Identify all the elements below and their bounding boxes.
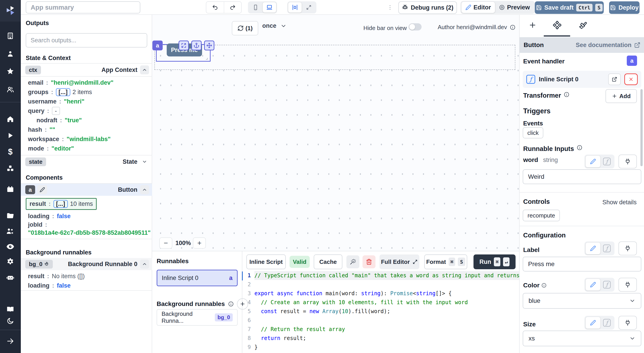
add-transformer-button[interactable]: Add [606, 89, 637, 103]
output-row-mode[interactable]: mode:"editor" [28, 144, 74, 153]
output-row-email[interactable]: email:"henri@windmill.dev" [28, 78, 114, 87]
expand-component-button[interactable] [178, 41, 189, 50]
sidebar-item-runs[interactable] [5, 131, 15, 140]
color-select[interactable]: blue [523, 293, 641, 309]
remove-script-button[interactable] [624, 74, 638, 85]
output-row-query[interactable]: query:- [28, 106, 60, 116]
zoom-in-button[interactable]: + [193, 237, 206, 249]
sidebar-collapse-toggle[interactable] [5, 336, 15, 346]
code-line[interactable]: 1// TypeScript function called "main" th… [242, 271, 519, 280]
code-line[interactable]: 10 [242, 352, 519, 353]
sidebar-item-variables[interactable]: $ [5, 147, 15, 157]
sidebar-item-audit-logs[interactable] [5, 242, 15, 251]
code-line[interactable]: 8 return result; [242, 334, 519, 343]
label-connect-button[interactable] [618, 241, 637, 255]
size-connect-button[interactable] [618, 316, 637, 330]
debug-runs-button[interactable]: Debug runs (2) [398, 1, 457, 14]
code-line[interactable]: 7 // Return the result array [242, 325, 519, 334]
word-connect-button[interactable] [618, 155, 637, 168]
preview-tab[interactable]: Preview [495, 2, 534, 13]
move-component-button[interactable] [204, 41, 214, 50]
zoom-out-button[interactable]: − [159, 237, 172, 249]
resize-handle-icon[interactable] [204, 56, 208, 60]
tab-styling[interactable] [577, 20, 588, 31]
state-expand-button[interactable] [140, 157, 149, 166]
redo-button[interactable] [224, 2, 241, 13]
sidebar-item-home[interactable] [5, 114, 15, 124]
tab-component-settings[interactable] [552, 20, 562, 31]
canvas-component-badge[interactable]: a [152, 41, 163, 50]
sidebar-item-workers[interactable] [5, 226, 15, 236]
full-editor-button[interactable]: Full Editor [380, 254, 419, 269]
hide-bar-toggle[interactable] [408, 23, 422, 31]
bg-runnable-collapse-button[interactable] [140, 260, 149, 268]
more-menu-button[interactable] [386, 2, 394, 13]
sidebar-item-theme[interactable] [5, 316, 15, 326]
deploy-button[interactable]: Deploy [609, 1, 640, 14]
output-row-username[interactable]: username:"henri" [28, 97, 84, 106]
code-line[interactable]: 4 // Create an array with 10 elements, f… [242, 298, 519, 307]
state-header-row[interactable]: state State [21, 156, 152, 168]
format-button[interactable]: Format ⌘ S [424, 254, 467, 269]
eval-mode-button[interactable]: ƒ [600, 243, 613, 254]
recompute-chip[interactable]: recompute [523, 210, 560, 221]
code-line[interactable]: 5 const result = new Array(10).fill(word… [242, 307, 519, 316]
output-row-workspace[interactable]: workspace:"windmill-labs" [28, 134, 110, 144]
fullwidth-layout-button[interactable] [302, 2, 316, 13]
refresh-runnables-button[interactable]: (1) [232, 21, 258, 35]
code-line[interactable]: 9} [242, 343, 519, 352]
undo-button[interactable] [206, 2, 224, 13]
component-loading-row[interactable]: loading:false [28, 211, 71, 221]
static-mode-button[interactable] [586, 279, 600, 290]
logo-block[interactable] [0, 0, 21, 22]
tab-insert-component[interactable] [527, 20, 538, 31]
collapse-object-chip[interactable]: - [52, 107, 60, 115]
app-canvas[interactable]: (1) once Hide bar on view Author henri@w… [152, 15, 519, 251]
sidebar-item-resources[interactable] [5, 164, 15, 173]
info-icon[interactable] [228, 301, 234, 307]
show-details-link[interactable]: Show details [602, 199, 636, 206]
info-icon[interactable] [510, 25, 516, 30]
inline-script-item[interactable]: Inline Script 0 a [157, 270, 238, 286]
static-mode-button[interactable] [586, 156, 600, 167]
code-line[interactable]: 6 [242, 316, 519, 325]
sidebar-item-schedules[interactable] [5, 184, 15, 194]
code-line[interactable]: 2 [242, 280, 519, 289]
color-connect-button[interactable] [618, 278, 637, 292]
expand-array-chip[interactable]: [...] [54, 200, 68, 208]
open-script-button[interactable] [608, 74, 621, 85]
word-value-input[interactable] [523, 169, 641, 184]
bg-loading-row[interactable]: loading:false [28, 281, 71, 290]
output-row-groups[interactable]: groups:[...]2 items [28, 87, 92, 97]
info-icon[interactable] [564, 92, 570, 97]
component-a-header-row[interactable]: a Button [21, 184, 152, 196]
component-result-row[interactable]: result: [...] 10 items [26, 198, 97, 210]
inline-script-tab[interactable]: Inline Script [246, 254, 286, 269]
ai-wand-button[interactable] [346, 255, 359, 268]
output-row-nodraft[interactable]: nodraft:"true" [36, 116, 82, 125]
expand-array-chip[interactable]: [...] [56, 88, 70, 96]
sidebar-item-groups[interactable] [5, 85, 15, 95]
label-value-input[interactable] [523, 257, 641, 271]
panel-scrollbar[interactable] [640, 89, 643, 166]
anchor-component-button[interactable] [191, 41, 202, 50]
bg-runnable-header-row[interactable]: bg_0 Background Runnable 0 [21, 258, 152, 270]
sidebar-item-user[interactable] [5, 49, 15, 59]
info-icon[interactable] [577, 145, 582, 151]
static-mode-button[interactable] [586, 317, 600, 328]
desktop-view-button[interactable] [263, 2, 276, 13]
inline-script-row[interactable]: ƒ Inline Script 0 [523, 71, 641, 88]
sidebar-item-folders[interactable] [5, 211, 15, 221]
run-button[interactable]: Run ⌘ ↵ [474, 254, 516, 269]
sidebar-item-workspace[interactable] [5, 31, 15, 41]
schedule-select[interactable]: once [262, 23, 287, 29]
bg-result-row[interactable]: result:No items ([]) [28, 271, 85, 281]
eval-mode-button[interactable]: ƒ [600, 156, 613, 167]
eval-mode-button[interactable]: ƒ [600, 317, 613, 328]
search-outputs-input[interactable] [26, 33, 147, 48]
eval-mode-button[interactable]: ƒ [600, 279, 613, 290]
cache-button[interactable]: Cache [314, 254, 342, 269]
mobile-view-button[interactable] [249, 2, 262, 13]
static-mode-button[interactable] [586, 243, 600, 254]
info-icon[interactable] [541, 283, 547, 288]
